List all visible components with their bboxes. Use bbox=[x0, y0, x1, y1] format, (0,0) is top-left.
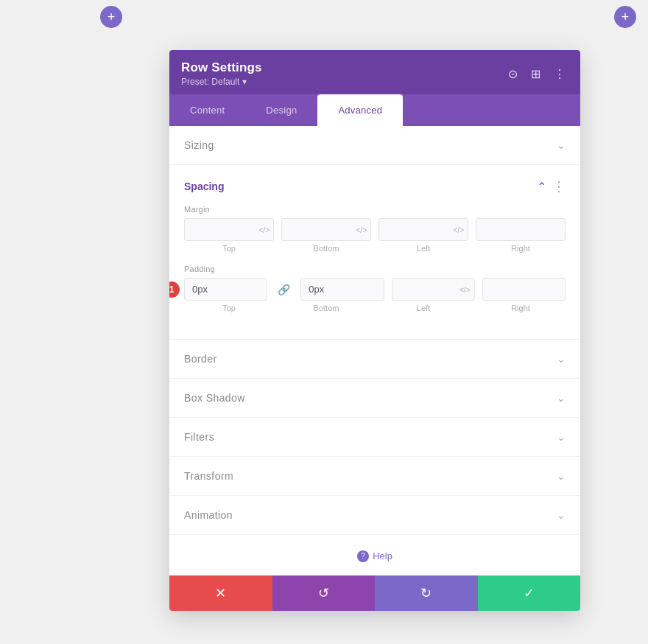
plus-right-icon: + bbox=[621, 10, 630, 24]
padding-right-input[interactable] bbox=[482, 278, 566, 301]
padding-bottom-input[interactable] bbox=[300, 278, 384, 301]
box-shadow-chevron-icon: ⌄ bbox=[557, 392, 566, 404]
modal-body: Sizing ⌄ Spacing ⌃ ⋮ Margin bbox=[169, 126, 580, 575]
sizing-chevron-icon: ⌄ bbox=[557, 139, 566, 151]
modal-header-actions: ⊙ ⊞ ⋮ bbox=[505, 66, 568, 83]
margin-left-label: Left bbox=[378, 244, 468, 253]
save-button[interactable]: ✓ bbox=[478, 575, 581, 611]
redo-button[interactable]: ↻ bbox=[375, 575, 478, 611]
more-options-button[interactable]: ⋮ bbox=[551, 66, 568, 83]
padding-link-icon[interactable]: 🔗 bbox=[275, 278, 293, 301]
sizing-title: Sizing bbox=[184, 139, 214, 151]
spacing-title: Spacing bbox=[184, 181, 224, 192]
margin-label: Margin bbox=[184, 205, 566, 214]
box-shadow-section: Box Shadow ⌄ bbox=[169, 379, 580, 418]
padding-left-suffix: </> bbox=[459, 285, 470, 293]
modal-footer: ✕ ↺ ↻ ✓ bbox=[169, 575, 580, 611]
margin-right-input[interactable] bbox=[476, 218, 566, 241]
margin-top-label: Top bbox=[184, 244, 274, 253]
tab-content[interactable]: Content bbox=[169, 94, 245, 126]
modal-title: Row Settings bbox=[181, 60, 262, 75]
padding-field-labels: Top Bottom Left Right bbox=[184, 304, 566, 312]
margin-top-field: </> bbox=[184, 218, 274, 241]
box-shadow-section-header[interactable]: Box Shadow ⌄ bbox=[169, 379, 580, 417]
filters-title: Filters bbox=[184, 431, 214, 443]
spacing-section: Spacing ⌃ ⋮ Margin </> bbox=[169, 165, 580, 340]
padding-badge: 1 bbox=[169, 281, 180, 298]
spacing-chevron-icon[interactable]: ⌃ bbox=[537, 180, 546, 194]
help-link[interactable]: ? Help bbox=[357, 550, 392, 562]
help-section: ? Help bbox=[169, 535, 580, 575]
margin-field-labels: Top Bottom Left Right bbox=[184, 244, 566, 253]
margin-fields-row: </> </> </> bbox=[184, 218, 566, 241]
padding-right-label: Right bbox=[476, 304, 566, 312]
tab-advanced[interactable]: Advanced bbox=[317, 94, 403, 126]
margin-left-field: </> bbox=[378, 218, 468, 241]
border-title: Border bbox=[184, 353, 217, 365]
padding-top-label: Top bbox=[184, 304, 274, 312]
filters-section: Filters ⌄ bbox=[169, 418, 580, 457]
animation-chevron-icon: ⌄ bbox=[557, 509, 566, 521]
modal-preset[interactable]: Preset: Default ▾ bbox=[181, 77, 262, 87]
margin-group: Margin </> </> </> bbox=[184, 205, 566, 253]
transform-title: Transform bbox=[184, 470, 233, 482]
spacing-section-body: Spacing ⌃ ⋮ Margin </> bbox=[169, 165, 580, 339]
modal-header-left: Row Settings Preset: Default ▾ bbox=[181, 60, 262, 87]
tabs-bar: Content Design Advanced bbox=[169, 94, 580, 126]
modal-header: Row Settings Preset: Default ▾ ⊙ ⊞ ⋮ bbox=[169, 50, 580, 94]
reset-button[interactable]: ↺ bbox=[272, 575, 376, 611]
filters-section-header[interactable]: Filters ⌄ bbox=[169, 418, 580, 456]
tab-design[interactable]: Design bbox=[245, 94, 317, 126]
padding-bottom-field bbox=[300, 278, 384, 301]
animation-section: Animation ⌄ bbox=[169, 496, 580, 535]
margin-bottom-suffix: </> bbox=[356, 225, 367, 234]
margin-bottom-label: Bottom bbox=[281, 244, 371, 253]
margin-top-suffix: </> bbox=[259, 225, 270, 234]
border-section-header[interactable]: Border ⌄ bbox=[169, 340, 580, 378]
spacing-more-icon[interactable]: ⋮ bbox=[552, 178, 566, 195]
animation-title: Animation bbox=[184, 509, 233, 521]
target-icon-button[interactable]: ⊙ bbox=[505, 66, 521, 83]
sizing-section: Sizing ⌄ bbox=[169, 126, 580, 165]
padding-top-input[interactable] bbox=[184, 278, 267, 301]
margin-bottom-field: </> bbox=[281, 218, 371, 241]
border-chevron-icon: ⌄ bbox=[557, 353, 566, 365]
cancel-button[interactable]: ✕ bbox=[169, 575, 272, 611]
margin-left-suffix: </> bbox=[454, 225, 464, 234]
help-icon: ? bbox=[357, 550, 369, 562]
animation-section-header[interactable]: Animation ⌄ bbox=[169, 496, 580, 534]
spacing-header: Spacing ⌃ ⋮ bbox=[184, 165, 566, 205]
padding-fields-row: 1 🔗 </> bbox=[184, 278, 566, 301]
padding-left-label: Left bbox=[378, 304, 468, 312]
margin-right-field bbox=[476, 218, 566, 241]
transform-section-header[interactable]: Transform ⌄ bbox=[169, 457, 580, 495]
margin-right-label: Right bbox=[476, 244, 566, 253]
transform-chevron-icon: ⌄ bbox=[557, 470, 566, 482]
padding-right-field bbox=[482, 278, 566, 301]
border-section: Border ⌄ bbox=[169, 340, 580, 379]
padding-group: Padding 1 🔗 bbox=[184, 265, 566, 312]
padding-top-field bbox=[184, 278, 267, 301]
link-chain-icon: 🔗 bbox=[276, 284, 292, 295]
padding-label: Padding bbox=[184, 265, 566, 273]
help-label: Help bbox=[373, 550, 392, 561]
columns-icon-button[interactable]: ⊞ bbox=[528, 66, 543, 83]
add-section-left-button[interactable]: + bbox=[100, 6, 122, 28]
add-section-right-button[interactable]: + bbox=[614, 6, 636, 28]
transform-section: Transform ⌄ bbox=[169, 457, 580, 496]
filters-chevron-icon: ⌄ bbox=[557, 431, 566, 443]
plus-left-icon: + bbox=[108, 10, 116, 24]
padding-bottom-label: Bottom bbox=[281, 304, 371, 312]
padding-left-field: </> bbox=[392, 278, 475, 301]
row-settings-modal: Row Settings Preset: Default ▾ ⊙ ⊞ ⋮ Con… bbox=[169, 50, 580, 611]
spacing-header-actions: ⌃ ⋮ bbox=[537, 178, 566, 195]
box-shadow-title: Box Shadow bbox=[184, 392, 245, 404]
sizing-section-header[interactable]: Sizing ⌄ bbox=[169, 126, 580, 164]
